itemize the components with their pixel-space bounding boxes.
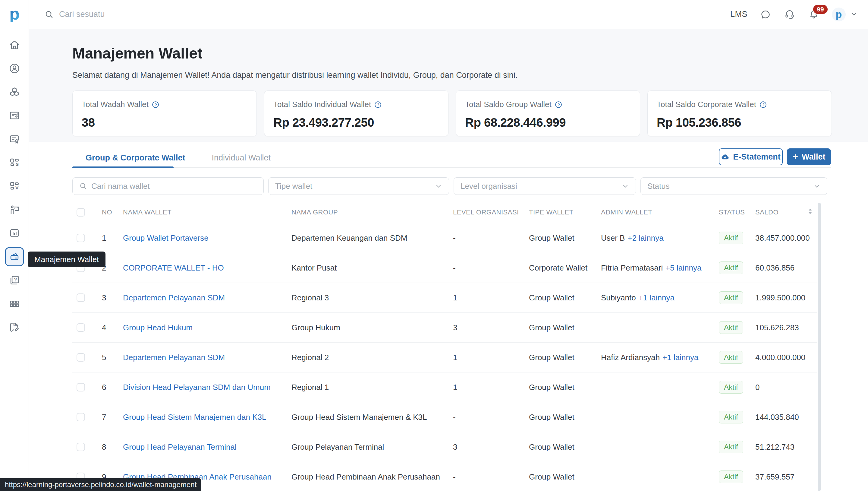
- saldo-value: 51.212.743: [755, 442, 817, 452]
- sidebar-item-wallet-management[interactable]: [5, 247, 24, 266]
- help-circle-icon[interactable]: ?: [555, 101, 562, 109]
- sidebar-item-apps[interactable]: [5, 294, 24, 313]
- level-organisasi-placeholder: Level organisasi: [461, 181, 517, 191]
- header-saldo: SALDO: [755, 208, 778, 216]
- wallet-name-link[interactable]: Group Head Hukum: [123, 323, 193, 333]
- saldo-value: 0: [755, 383, 817, 392]
- admin-name: Hafiz Ardiansyah: [601, 353, 660, 362]
- tipe-wallet-value: Group Wallet: [529, 472, 601, 482]
- sidebar-item-e-sign[interactable]: SIGN: [5, 318, 24, 337]
- wallet-name-link[interactable]: Group Wallet Portaverse: [123, 233, 209, 243]
- help-circle-icon[interactable]: ?: [759, 101, 767, 109]
- chevron-down-icon: [850, 10, 858, 19]
- admin-name: Subiyanto: [601, 293, 636, 302]
- table-filters: Cari nama wallet Tipe wallet Level organ…: [72, 177, 827, 195]
- account-menu[interactable]: p: [832, 7, 858, 21]
- group-name: Group Head Sistem Manajemen & K3L: [291, 412, 453, 422]
- table-header-row: NO NAMA WALLET NAMA GROUP LEVEL ORGANISA…: [72, 201, 817, 223]
- status-badge: Aktif: [719, 261, 743, 274]
- support-button[interactable]: [784, 8, 796, 21]
- topbar: LMS 99 p: [29, 0, 868, 29]
- row-number: 6: [92, 383, 123, 392]
- tipe-wallet-value: Group Wallet: [529, 293, 601, 302]
- svg-text:S: S: [16, 162, 19, 167]
- row-checkbox[interactable]: [76, 443, 85, 451]
- tipe-wallet-value: Group Wallet: [529, 442, 601, 452]
- wallet-name-link[interactable]: CORPORATE WALLET - HO: [123, 263, 224, 272]
- e-statement-button[interactable]: E-Statement: [719, 148, 783, 165]
- group-name: Group Hukum: [291, 323, 453, 333]
- row-checkbox[interactable]: [76, 413, 85, 421]
- select-all-checkbox[interactable]: [76, 208, 85, 216]
- chat-button[interactable]: [760, 8, 772, 21]
- notifications-button[interactable]: 99: [808, 8, 820, 21]
- svg-text:V: V: [16, 185, 19, 190]
- svg-text:SIGN: SIGN: [13, 324, 18, 327]
- notification-count-badge: 99: [813, 5, 828, 14]
- header-admin-wallet: ADMIN WALLET: [601, 208, 719, 216]
- tabs-divider: [72, 167, 831, 168]
- add-wallet-button[interactable]: + Wallet: [787, 148, 831, 165]
- table-scrollbar[interactable]: [818, 203, 821, 491]
- avatar: p: [832, 7, 846, 21]
- admin-more-link[interactable]: +2 lainnya: [627, 233, 663, 243]
- chevron-down-icon: [813, 182, 820, 190]
- table-row: 2 CORPORATE WALLET - HO Kantor Pusat - C…: [72, 253, 817, 283]
- status-select[interactable]: Status: [641, 177, 827, 195]
- global-search-input[interactable]: [59, 10, 270, 19]
- admin-more-link[interactable]: +5 lainnya: [665, 263, 701, 272]
- sidebar-item-training[interactable]: [5, 200, 24, 219]
- sidebar-item-certificates[interactable]: [5, 129, 24, 149]
- wallet-name-link[interactable]: Departemen Pelayanan SDM: [123, 293, 225, 302]
- row-checkbox[interactable]: [76, 293, 85, 302]
- status-badge: Aktif: [719, 441, 743, 453]
- sidebar-item-profile[interactable]: [5, 59, 24, 78]
- wallet-search-field[interactable]: Cari nama wallet: [72, 177, 264, 195]
- sidebar-item-home[interactable]: [5, 35, 24, 55]
- svg-text:?: ?: [14, 277, 17, 282]
- row-number: 5: [92, 353, 123, 362]
- tipe-wallet-value: Group Wallet: [529, 353, 601, 362]
- wallet-name-link[interactable]: Group Head Sistem Manajemen dan K3L: [123, 412, 267, 422]
- tab-group-corporate-wallet[interactable]: Group & Corporate Wallet: [72, 149, 198, 167]
- stat-card-corporate: Total Saldo Corporate Wallet ? Rp 105.23…: [647, 90, 832, 136]
- row-checkbox[interactable]: [76, 323, 85, 332]
- skill-v-grid-icon: V: [9, 180, 20, 192]
- admin-more-link[interactable]: +1 lainnya: [639, 293, 675, 302]
- sidebar-item-assignments[interactable]: [5, 106, 24, 125]
- row-checkbox[interactable]: [76, 353, 85, 362]
- row-checkbox[interactable]: [76, 383, 85, 392]
- sidebar-item-skill-v[interactable]: V: [5, 176, 24, 196]
- wallet-name-link[interactable]: Group Head Pelayanan Terminal: [123, 442, 237, 452]
- stat-card-individual: Total Saldo Individual Wallet ? Rp 23.49…: [264, 90, 448, 136]
- assignment-card-icon: [9, 110, 20, 121]
- tab-individual-wallet[interactable]: Individual Wallet: [198, 149, 284, 167]
- status-badge: Aktif: [719, 291, 743, 304]
- tipe-wallet-select[interactable]: Tipe wallet: [268, 177, 449, 195]
- sidebar-item-skill-s[interactable]: S: [5, 153, 24, 172]
- skill-s-grid-icon: S: [9, 157, 20, 168]
- wallet-name-link[interactable]: Division Head Pelayanan SDM dan Umum: [123, 383, 271, 392]
- status-badge: Aktif: [719, 351, 743, 364]
- level-organisasi-select[interactable]: Level organisasi: [454, 177, 636, 195]
- svg-text:?: ?: [557, 102, 560, 107]
- wallet-name-link[interactable]: Departemen Pelayanan SDM: [123, 353, 225, 362]
- table-row: 4 Group Head Hukum Group Hukum 3 Group W…: [72, 313, 817, 343]
- chevron-down-icon: [435, 182, 442, 190]
- sidebar-item-modules[interactable]: [5, 82, 24, 102]
- lms-link[interactable]: LMS: [730, 10, 747, 19]
- link-preview-statusbar: https://learning-portaverse.pelindo.co.i…: [0, 478, 201, 491]
- saldo-value: 37.659.557: [755, 472, 817, 482]
- stat-value: Rp 105.236.856: [657, 116, 823, 129]
- search-icon: [79, 182, 87, 190]
- help-circle-icon[interactable]: ?: [374, 101, 382, 109]
- row-number: 8: [92, 442, 123, 452]
- help-circle-icon[interactable]: ?: [152, 101, 159, 109]
- admin-more-link[interactable]: +1 lainnya: [662, 353, 698, 362]
- row-checkbox[interactable]: [76, 234, 85, 242]
- sidebar-item-reports[interactable]: [5, 224, 24, 243]
- header-nama-wallet: NAMA WALLET: [123, 208, 291, 216]
- table-row: 8 Group Head Pelayanan Terminal Group Pe…: [72, 432, 817, 462]
- sort-saldo-button[interactable]: [807, 208, 813, 216]
- sidebar-item-help-center[interactable]: ?: [5, 270, 24, 290]
